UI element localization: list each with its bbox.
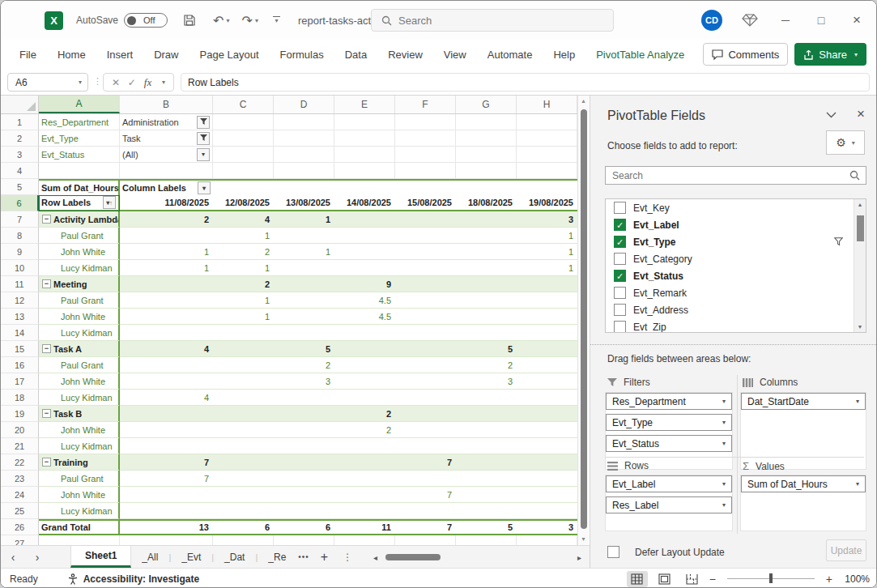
- cell-H[interactable]: [517, 357, 577, 373]
- collapse-icon[interactable]: −: [42, 458, 51, 467]
- cell-D[interactable]: [274, 487, 334, 503]
- cell-A[interactable]: [39, 163, 120, 179]
- column-header-A[interactable]: A: [39, 96, 120, 113]
- cell-H[interactable]: 1: [517, 260, 577, 276]
- cell-E[interactable]: [334, 341, 395, 357]
- row-header-11[interactable]: 11: [1, 276, 39, 292]
- filter-button[interactable]: [197, 132, 210, 145]
- cell-A[interactable]: Lucy Kidman: [39, 503, 120, 519]
- cell-G[interactable]: [456, 422, 517, 438]
- sheet-next-icon[interactable]: ›: [25, 551, 49, 564]
- cancel-entry-icon[interactable]: ✕: [112, 77, 120, 88]
- cell-H[interactable]: 1: [517, 244, 577, 260]
- undo-icon[interactable]: ↶▾: [213, 13, 229, 28]
- cell-D[interactable]: [274, 260, 334, 276]
- row-header-3[interactable]: 3: [1, 147, 39, 163]
- cell-B[interactable]: [120, 357, 213, 373]
- formula-bar-splitter[interactable]: ⋮: [93, 76, 102, 87]
- cell-G[interactable]: [456, 179, 517, 195]
- column-header-B[interactable]: B: [120, 96, 213, 113]
- zoom-in-icon[interactable]: +: [826, 573, 832, 586]
- cell-B[interactable]: [120, 325, 213, 341]
- columns-drop-zone[interactable]: Dat_StartDate▾: [740, 392, 866, 470]
- ribbon-tab-automate[interactable]: Automate: [477, 40, 543, 69]
- redo-icon[interactable]: ↷▾: [241, 13, 258, 28]
- tools-gear-button[interactable]: ⚙▾: [826, 130, 865, 155]
- area-field-dat-startdate[interactable]: Dat_StartDate▾: [741, 393, 866, 410]
- cell-A[interactable]: Paul Grant: [39, 357, 120, 373]
- row-header-4[interactable]: 4: [1, 163, 39, 179]
- row-header-23[interactable]: 23: [1, 471, 39, 487]
- cell-C[interactable]: [213, 454, 274, 471]
- cell-D[interactable]: [274, 130, 334, 147]
- cell-H[interactable]: 3: [517, 211, 577, 228]
- cell-B[interactable]: [120, 503, 213, 519]
- cell-E[interactable]: [334, 390, 395, 406]
- row-header-5[interactable]: 5: [1, 179, 39, 195]
- cell-G[interactable]: [456, 244, 517, 260]
- horizontal-scrollbar[interactable]: ◂ ▸: [373, 546, 581, 569]
- cell-D[interactable]: [274, 179, 334, 195]
- row-header-18[interactable]: 18: [1, 390, 39, 406]
- search-box[interactable]: Search: [371, 9, 614, 32]
- cell-A[interactable]: Evt_Type: [39, 130, 120, 147]
- cell-A[interactable]: −Task A: [39, 341, 120, 357]
- cell-E[interactable]: [334, 454, 395, 471]
- field-item-evt-zip[interactable]: Evt_Zip: [606, 318, 866, 333]
- ribbon-tab-help[interactable]: Help: [543, 40, 585, 69]
- cell-D[interactable]: [274, 438, 334, 454]
- cell-F[interactable]: [395, 357, 456, 373]
- cell-F[interactable]: [395, 341, 456, 357]
- field-item-evt-label[interactable]: ✓Evt_Label: [606, 216, 866, 233]
- cell-G[interactable]: [456, 503, 517, 519]
- cell-F[interactable]: [395, 309, 456, 325]
- cell-E[interactable]: [334, 130, 395, 147]
- cell-C[interactable]: 1: [213, 292, 274, 309]
- cell-E[interactable]: [334, 325, 395, 341]
- cell-E[interactable]: [334, 179, 395, 195]
- cell-A[interactable]: John White: [39, 487, 120, 503]
- select-all-corner[interactable]: [1, 96, 39, 113]
- cell-H[interactable]: [517, 163, 577, 179]
- cell-F[interactable]: [395, 276, 456, 292]
- cell-G[interactable]: [456, 260, 517, 276]
- cell-F[interactable]: [395, 390, 456, 406]
- row-header-14[interactable]: 14: [1, 325, 39, 341]
- cell-C[interactable]: [213, 163, 274, 179]
- fields-search-box[interactable]: Search: [605, 166, 866, 185]
- cell-E[interactable]: [334, 373, 395, 390]
- minimize-button[interactable]: ─: [777, 14, 794, 27]
- cell-F[interactable]: 15/08/2025: [395, 195, 456, 211]
- sheet-tabs-overflow[interactable]: •••: [298, 552, 309, 561]
- ribbon-tab-pivottable-analyze[interactable]: PivotTable Analyze: [585, 40, 695, 69]
- cell-A[interactable]: Lucy Kidman: [39, 260, 120, 276]
- cell-D[interactable]: [274, 325, 334, 341]
- filter-button[interactable]: [197, 116, 210, 129]
- name-box[interactable]: A6▾: [7, 73, 88, 92]
- cell-B[interactable]: 1: [120, 244, 213, 260]
- vertical-scrollbar[interactable]: ▲ ▼: [577, 96, 589, 545]
- cell-F[interactable]: [395, 325, 456, 341]
- cell-G[interactable]: [456, 292, 517, 309]
- cell-G[interactable]: [456, 454, 517, 471]
- cell-B[interactable]: 1: [120, 260, 213, 276]
- cell-C[interactable]: [213, 341, 274, 357]
- cell-D[interactable]: 1: [274, 244, 334, 260]
- cell-G[interactable]: [456, 471, 517, 487]
- cell-H[interactable]: 3: [517, 519, 577, 535]
- sheet-tab-active[interactable]: Sheet1: [70, 546, 131, 568]
- cell-C[interactable]: 1: [213, 260, 274, 276]
- collapse-icon[interactable]: −: [42, 344, 51, 353]
- cell-F[interactable]: 7: [395, 454, 456, 471]
- pane-close-icon[interactable]: ×: [853, 106, 869, 122]
- cell-A[interactable]: John White: [39, 244, 120, 260]
- cell-D[interactable]: [274, 114, 334, 130]
- cell-B[interactable]: 4: [120, 341, 213, 357]
- pane-options-chevron-icon[interactable]: [826, 112, 837, 118]
- cell-B[interactable]: [120, 406, 213, 422]
- column-header-E[interactable]: E: [334, 96, 395, 113]
- cell-C[interactable]: [213, 130, 274, 147]
- cell-A[interactable]: Paul Grant: [39, 292, 120, 309]
- cell-B[interactable]: (All)▾: [120, 147, 213, 163]
- field-checkbox-evt-address[interactable]: [614, 304, 626, 316]
